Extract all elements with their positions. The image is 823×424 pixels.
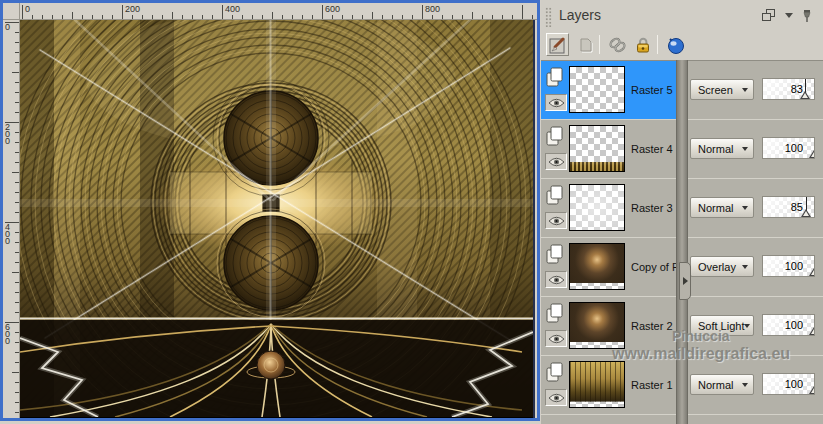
toolbar-separator	[599, 35, 600, 54]
blend-mode-value: Normal	[698, 202, 733, 214]
panel-title: Layers	[559, 7, 601, 23]
opacity-slider[interactable]: 100	[762, 137, 815, 159]
opacity-value: 100	[785, 260, 803, 272]
layers-palette: Layers	[541, 0, 823, 424]
layer-thumbnail[interactable]	[569, 361, 625, 408]
ruler-label: 800	[425, 4, 440, 14]
raster-layer-icon	[545, 66, 565, 92]
edit-selection-button[interactable]	[546, 33, 569, 56]
blend-mode-dropdown[interactable]: Screen	[690, 79, 754, 100]
visibility-toggle[interactable]	[545, 94, 567, 111]
ruler-label: 0	[5, 24, 13, 31]
link-layers-button[interactable]	[605, 33, 628, 56]
layer-thumbnail[interactable]	[569, 184, 625, 231]
chevron-down-icon	[742, 265, 748, 269]
opacity-slider[interactable]: 83	[762, 78, 815, 100]
visibility-toggle[interactable]	[545, 212, 567, 229]
raster-layer-icon	[545, 125, 565, 151]
ruler-label: 0	[25, 4, 30, 14]
ruler-label: 600	[325, 4, 340, 14]
blend-mode-dropdown[interactable]: Soft Light	[690, 315, 754, 336]
panel-header: Layers	[541, 0, 823, 32]
layer-name[interactable]: Raster 4	[631, 120, 676, 178]
ruler-label: 400	[5, 224, 13, 245]
chevron-down-icon	[744, 324, 750, 328]
layer-name[interactable]: Raster 3	[631, 179, 676, 237]
menu-chevron-icon[interactable]	[785, 13, 793, 18]
ruler-label: 600	[5, 324, 13, 345]
chevron-down-icon	[742, 383, 748, 387]
chevron-down-icon	[742, 206, 748, 210]
raster-layer-icon	[545, 361, 565, 387]
blend-mode-dropdown[interactable]: Normal	[690, 138, 754, 159]
blend-mode-value: Normal	[698, 143, 733, 155]
raster-layer-icon	[545, 302, 565, 328]
layer-thumbnail[interactable]	[569, 66, 625, 113]
layer-thumbnail[interactable]	[569, 125, 625, 172]
blend-mode-dropdown[interactable]: Normal	[690, 374, 754, 395]
ruler-label: 200	[5, 124, 13, 145]
layer-thumbnail[interactable]	[569, 302, 625, 349]
pin-icon[interactable]	[800, 9, 815, 23]
blend-mode-value: Overlay	[698, 261, 736, 273]
ruler-label: 400	[225, 4, 240, 14]
opacity-slider[interactable]: 100	[762, 255, 815, 277]
opacity-value: 100	[785, 142, 803, 154]
panel-toolbar	[541, 30, 823, 60]
canvas-area[interactable]	[20, 20, 535, 418]
layer-name[interactable]: Raster 2	[631, 297, 676, 355]
layer-name[interactable]: Copy of Rast	[631, 238, 676, 296]
image-window: 0 200 400 600 800 0 200	[0, 0, 540, 421]
layer-thumbnail[interactable]	[569, 243, 625, 290]
splitter-handle[interactable]	[679, 262, 691, 300]
opacity-slider[interactable]: 100	[762, 314, 815, 336]
blend-mode-dropdown[interactable]: Normal	[690, 197, 754, 218]
opacity-value: 100	[785, 378, 803, 390]
blend-mode-dropdown[interactable]: Overlay	[690, 256, 754, 277]
horizontal-ruler: 0 200 400 600 800	[20, 3, 537, 20]
float-window-icon[interactable]	[762, 9, 777, 23]
chevron-right-icon	[683, 277, 688, 285]
palette-splitter[interactable]	[676, 60, 688, 424]
blend-mode-value: Soft Light	[698, 320, 744, 332]
ruler-corner	[3, 3, 20, 20]
chevron-down-icon	[742, 147, 748, 151]
opacity-slider[interactable]: 100	[762, 373, 815, 395]
blue-sphere-button[interactable]	[663, 33, 686, 56]
toolbar-separator	[657, 35, 658, 54]
visibility-toggle[interactable]	[545, 389, 567, 406]
opacity-value: 100	[785, 319, 803, 331]
ruler-label: 200	[125, 4, 140, 14]
lock-transparency-button[interactable]	[631, 33, 654, 56]
vertical-ruler: 0 200 400 600	[3, 20, 20, 418]
panel-grip[interactable]	[545, 7, 552, 27]
visibility-toggle[interactable]	[545, 330, 567, 347]
chevron-down-icon	[742, 88, 748, 92]
layer-name[interactable]: Raster 5	[631, 61, 676, 119]
blend-mode-value: Normal	[698, 379, 733, 391]
raster-layer-icon	[545, 243, 565, 269]
opacity-slider[interactable]: 85	[762, 196, 815, 218]
layer-styles-button-disabled	[573, 33, 596, 56]
visibility-toggle[interactable]	[545, 153, 567, 170]
layer-name[interactable]: Raster 1	[631, 356, 676, 414]
visibility-toggle[interactable]	[545, 271, 567, 288]
canvas-artwork	[20, 20, 533, 417]
raster-layer-icon	[545, 184, 565, 210]
blend-mode-value: Screen	[698, 84, 733, 96]
